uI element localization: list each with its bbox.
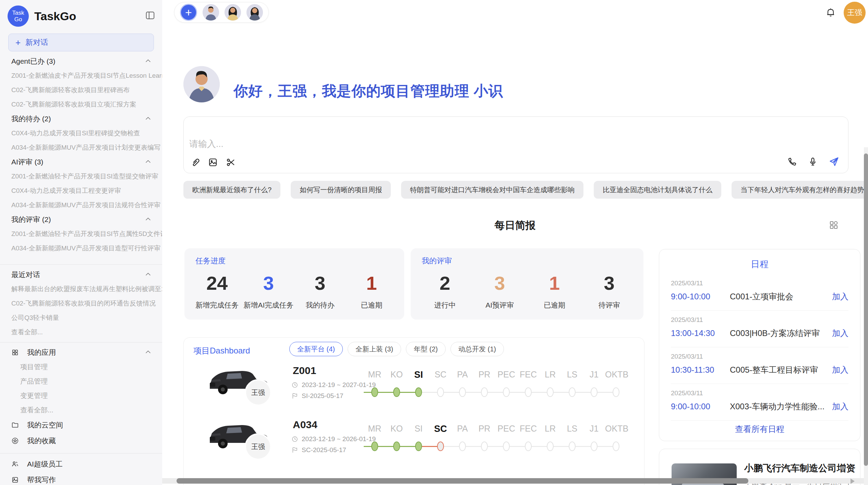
join-meeting-link[interactable]: 加入 [832,401,848,412]
sidebar-section-label: 我的评审 (2) [11,215,51,224]
app-shortcut-item[interactable]: 查看全部... [0,403,162,417]
dashboard-filter-chip[interactable]: 动总开发 (1) [450,342,504,356]
suggestion-chip[interactable]: 如何写一份清晰的项目周报 [291,181,391,199]
recent-conversation-item[interactable]: 解释最新出台的欧盟报废车法规再生塑料比例被调至15%... [0,282,162,296]
app-shortcut-item[interactable]: 变更管理 [0,388,162,403]
sidebar-item[interactable]: A034-全新新能源MUV产品开发项目计划变更表编写 [0,140,162,155]
sidebar-section-header[interactable]: 我的应用 [0,345,162,360]
stat-label: 新增AI完成任务 [243,300,293,310]
project-row[interactable]: 王强A0342023-12-19 ~ 2026-01-19SC-2025-05-… [184,421,644,475]
divider [0,264,162,265]
dashboard-filter-chip[interactable]: 全新上装 (3) [348,342,401,356]
dashboard-filter-chip[interactable]: 年型 (2) [406,342,446,356]
card-title: 任务进度 [195,256,226,266]
milestone-label: PA [451,370,473,380]
send-icon[interactable] [828,156,840,167]
scissors-icon[interactable] [226,157,236,167]
project-owner-badge: 王强 [245,433,272,460]
member-avatar-3[interactable] [246,4,263,21]
sidebar-item[interactable]: A034-全新新能源MUV产品开发项目法规符合性评审 [0,198,162,212]
join-meeting-link[interactable]: 加入 [832,291,848,302]
milestone-label: LR [539,424,561,434]
sidebar-section-header[interactable]: 我的评审 (2) [0,212,162,227]
sidebar-item-cloud-space[interactable]: 我的云空间 [0,417,162,433]
milestone-label: MR [364,424,386,434]
schedule-entry: 2025/03/119:00-10:00C001-立项审批会加入 [671,274,848,311]
app-shortcut-item[interactable]: 项目管理 [0,360,162,374]
schedule-card: 日程 2025/03/119:00-10:00C001-立项审批会加入2025/… [659,249,860,441]
add-member-button[interactable]: + [180,4,197,21]
sidebar-section-header[interactable]: 我的待办 (2) [0,112,162,126]
new-chat-button[interactable]: + 新对话 [8,34,154,51]
milestone-cell: LR [539,421,561,459]
milestone-dot-zone [517,441,539,452]
dashboard-filter-chip[interactable]: 全新平台 (4) [289,342,343,356]
sidebar-item[interactable]: A034-全新新能源MUV产品开发项目造型可行性评审 [0,241,162,256]
voice-call-icon[interactable] [787,157,797,167]
project-row[interactable]: 王强Z0012023-12-19 ~ 2027-01-19SI-2025-05-… [184,367,644,421]
chat-input[interactable]: 请输入... [189,138,224,150]
suggestion-chip[interactable]: 欧洲新规最近颁布了什么? [183,181,280,199]
user-avatar-name: 王强 [847,8,862,18]
member-avatar-2[interactable] [225,4,241,21]
attachment-icon[interactable] [190,157,200,167]
milestone-label: MR [364,370,386,380]
milestone-cell: FEC [517,421,539,459]
stat-column: 1已逾期 [527,268,582,315]
suggestion-chip[interactable]: 当下年轻人对汽车外观有怎样的喜好趋势 [732,181,868,199]
sidebar-scroll: Agent已办 (3)Z001-全新燃油皮卡产品开发项目SI节点Lesson L… [0,51,162,485]
brief-layout-icon[interactable] [829,220,839,232]
recent-conversation-item[interactable]: 公司Q3轻卡销量 [0,311,162,325]
stat-column: 3AI预评审 [472,268,527,315]
sidebar-item[interactable]: Z001-全新燃油皮卡产品开发项目SI节点Lesson Learn报告 [0,69,162,83]
sidebar-section-header[interactable]: AI评审 (3) [0,155,162,169]
sidebar-item[interactable]: C0X4-动力总成开发项目工程变更评审 [0,184,162,198]
sidebar-item[interactable]: Z001-全新燃油轻卡产品开发项目SI节点属性5D文件评审 [0,227,162,241]
insert-image-icon[interactable] [208,157,218,167]
view-all-schedule-link[interactable]: 查看所有日程 [659,424,860,435]
sidebar-item-ai-super-staff[interactable]: AI超级员工 [0,456,162,472]
recent-conversation-item[interactable]: 查看全部... [0,325,162,339]
user-avatar[interactable]: 王强 [844,2,866,24]
collapse-sidebar-icon[interactable] [145,10,155,22]
member-avatar-1[interactable] [203,4,219,21]
schedule-date: 2025/03/11 [671,353,848,360]
sidebar-item[interactable]: C02-飞腾新能源轻客改款项目里程碑画布 [0,83,162,97]
composer: 请输入... [183,116,848,173]
horizontal-scrollbar-thumb[interactable] [177,478,748,484]
sidebar-item-help-write[interactable]: 帮我写作 [0,472,162,485]
schedule-event-title: C005-整车工程目标评审 [730,364,832,375]
scroll-down-arrow-icon[interactable] [839,467,846,471]
scroll-right-arrow-icon[interactable] [851,478,855,484]
suggestion-chip[interactable]: 比亚迪全固态电池计划具体说了什么 [594,181,721,199]
dashboard-title: 项目Dashboard [193,345,250,356]
milestone-dot-zone [430,387,451,398]
recent-conversation-item[interactable]: C02-飞腾新能源轻客改款项目的闭环通告反馈情况 [0,296,162,311]
milestone-dot [591,387,598,397]
app-shortcut-item[interactable]: 产品管理 [0,374,162,388]
stat-value: 24 [206,273,228,294]
notifications-bell-icon[interactable] [825,7,836,19]
sidebar-item[interactable]: C02-飞腾新能源轻客改款项目立项汇报方案 [0,97,162,112]
sidebar-section-header[interactable]: 最近对话 [0,268,162,282]
ai-super-staff-label: AI超级员工 [27,459,63,469]
vertical-scrollbar-thumb[interactable] [864,153,868,466]
stat-value: 1 [549,273,560,294]
milestone-label: PEC [495,424,517,434]
join-meeting-link[interactable]: 加入 [832,364,848,375]
schedule-entry: 2025/03/1113:00-14:30C003|H0B-方案冻结评审加入 [671,311,848,347]
sidebar-section-header[interactable]: Agent已办 (3) [0,54,162,69]
sidebar-item-favorites[interactable]: 我的收藏 [0,433,162,449]
stat-label: 待评审 [599,300,620,310]
microphone-icon[interactable] [808,157,818,167]
clock-icon [291,382,298,388]
join-meeting-link[interactable]: 加入 [832,328,848,339]
project-milestone-tag: SI-2025-05-17 [291,392,343,400]
sidebar-item[interactable]: C0X4-动力总成开发项目SI里程碑提交物检查 [0,126,162,140]
schedule-entry-row: 9:00-10:00C001-立项审批会加入 [671,291,848,302]
sidebar-item[interactable]: Z001-全新燃油轻卡产品开发项目SI造型提交物评审 [0,169,162,184]
flag-icon [291,447,298,453]
milestone-label: OKTB [605,424,627,434]
suggestion-chip[interactable]: 特朗普可能对进口汽车增税会对中国车企造成哪些影响 [401,181,583,199]
schedule-date: 2025/03/11 [671,389,848,397]
